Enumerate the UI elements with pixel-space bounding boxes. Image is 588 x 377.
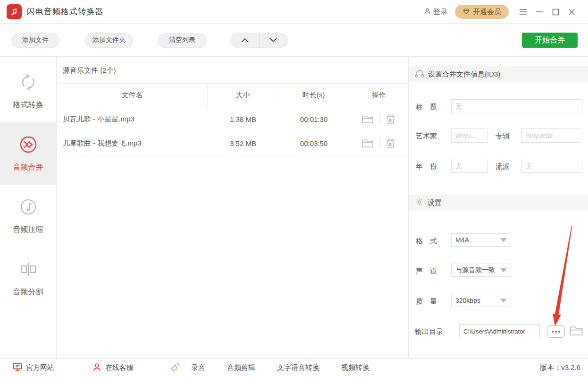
divider: [379, 138, 380, 148]
footer-link-record[interactable]: 录音: [169, 361, 205, 374]
sidebar-item-label: 音频压缩: [13, 225, 43, 235]
menu-icon[interactable]: [515, 0, 531, 24]
album-field-label: 专辑: [496, 132, 510, 141]
table-row: 儿童歌曲 - 我想要飞.mp3 3.52 MB 00:03:50: [57, 131, 408, 155]
footer-link-official-site[interactable]: 官方网站: [12, 362, 54, 374]
channel-label: 声 道: [416, 267, 437, 276]
file-size: 3.52 MB: [208, 131, 278, 155]
footer-link-label: 音频剪辑: [227, 363, 255, 372]
output-folder-icon[interactable]: [569, 325, 583, 337]
quality-value: 320kbps: [455, 297, 480, 304]
footer: 官方网站 在线客服 录音 音频剪辑 文字语音转换 视频转换 版本：v3.2.6: [0, 358, 588, 377]
chevron-down-icon: [500, 299, 507, 303]
start-merge-button[interactable]: 开始合并: [522, 33, 578, 48]
move-down-button[interactable]: [260, 33, 288, 47]
vip-label: 开通会员: [473, 8, 501, 17]
file-duration: 00:01:30: [278, 107, 349, 131]
genre-field-label: 流派: [496, 162, 510, 171]
sidebar: 格式转换 音频合并 音频压缩 音频分割: [0, 57, 57, 358]
sidebar-item-label: 音频分割: [13, 287, 43, 297]
table-row: 贝瓦儿歌 - 小星星.mp3 1.38 MB 00:01:30: [57, 107, 408, 131]
version-label: 版本：v3.2.6: [540, 363, 580, 372]
footer-link-label: 文字语音转换: [277, 363, 319, 372]
sidebar-item-audio-split[interactable]: 音频分割: [0, 247, 56, 309]
sidebar-item-audio-merge[interactable]: 音频合并: [0, 122, 56, 185]
title-field-label: 标 题: [416, 103, 437, 111]
reorder-buttons: [230, 33, 288, 48]
file-name: 贝瓦儿歌 - 小星星.mp3: [57, 107, 208, 131]
artist-input[interactable]: [451, 129, 487, 143]
file-duration: 00:03:50: [278, 131, 349, 155]
divider: [379, 114, 380, 124]
login-label: 登录: [433, 8, 447, 17]
channel-value: 与源音频一致: [455, 266, 495, 274]
add-folder-button[interactable]: 添加文件夹: [85, 33, 133, 48]
column-header-size: 大小: [208, 84, 278, 107]
format-label: 格 式: [416, 237, 437, 246]
footer-link-audio-edit[interactable]: 音频剪辑: [227, 363, 255, 372]
output-dir-input[interactable]: [459, 324, 540, 338]
column-header-filename: 文件名: [57, 84, 208, 107]
compress-icon: [18, 197, 38, 219]
channel-select[interactable]: 与源音频一致: [451, 264, 511, 277]
settings-section-title: 设置: [428, 198, 442, 207]
maximize-button[interactable]: [547, 0, 563, 24]
sidebar-item-audio-compress[interactable]: 音频压缩: [0, 185, 56, 247]
chevron-down-icon: [500, 268, 507, 273]
file-list-title: 源音乐文件 (2个): [57, 57, 408, 84]
year-input[interactable]: [451, 159, 487, 173]
support-person-icon: [92, 362, 102, 374]
toolbar: 添加文件 添加文件夹 清空列表 开始合并: [0, 24, 588, 57]
app-window: 闪电音频格式转换器 登录 开通会员: [0, 0, 588, 377]
genre-input[interactable]: [521, 159, 581, 173]
login-button[interactable]: 登录: [423, 7, 447, 17]
user-icon: [423, 7, 431, 17]
app-logo-icon: [7, 4, 22, 19]
minimize-button[interactable]: [531, 0, 547, 24]
gear-icon: [415, 197, 424, 208]
browse-button[interactable]: [547, 325, 565, 338]
clear-list-button[interactable]: 清空列表: [158, 33, 207, 48]
format-value: M4A: [455, 236, 469, 244]
app-title: 闪电音频格式转换器: [27, 6, 103, 17]
merge-icon: [18, 135, 38, 156]
convert-icon: [18, 72, 38, 94]
settings-panel: 设置合并文件信息(ID3) 标 题 艺术家 专辑 年 份 流派 设置 格 式 M…: [408, 57, 588, 358]
column-header-duration: 时长(s): [278, 84, 349, 107]
split-icon: [18, 259, 38, 281]
open-folder-icon[interactable]: [361, 138, 374, 148]
footer-link-label: 录音: [191, 363, 205, 372]
settings-section-header: 设置: [409, 195, 588, 211]
vip-button[interactable]: 开通会员: [455, 5, 509, 19]
footer-link-video-convert[interactable]: 视频转换: [341, 363, 370, 372]
close-button[interactable]: [563, 0, 580, 24]
year-field-label: 年 份: [416, 162, 437, 171]
table-header: 文件名 大小 时长(s) 操作: [57, 84, 408, 107]
move-up-button[interactable]: [231, 33, 260, 47]
album-input[interactable]: [521, 129, 581, 143]
sidebar-item-label: 音频合并: [13, 163, 43, 172]
file-list-panel: 源音乐文件 (2个) 文件名 大小 时长(s) 操作 贝瓦儿歌 - 小星星.mp…: [57, 57, 408, 358]
quality-select[interactable]: 320kbps: [451, 294, 511, 307]
footer-link-label: 在线客服: [105, 363, 134, 372]
delete-icon[interactable]: [386, 114, 396, 125]
add-file-button[interactable]: 添加文件: [11, 33, 59, 48]
delete-icon[interactable]: [386, 138, 396, 149]
footer-link-online-service[interactable]: 在线客服: [92, 362, 134, 374]
artist-field-label: 艺术家: [416, 132, 437, 141]
headphones-icon: [415, 69, 424, 79]
footer-link-text-to-speech[interactable]: 文字语音转换: [277, 363, 319, 372]
open-folder-icon[interactable]: [361, 114, 374, 124]
sidebar-item-format-convert[interactable]: 格式转换: [0, 60, 56, 122]
file-size: 1.38 MB: [208, 107, 278, 131]
id3-section-title: 设置合并文件信息(ID3): [428, 70, 500, 79]
quality-label: 质 量: [416, 297, 437, 306]
title-input[interactable]: [451, 99, 581, 113]
footer-link-label: 官方网站: [26, 363, 54, 372]
sidebar-item-label: 格式转换: [13, 100, 43, 110]
chevron-down-icon: [500, 238, 507, 242]
file-name: 儿童歌曲 - 我想要飞.mp3: [57, 131, 208, 155]
format-select[interactable]: M4A: [451, 233, 511, 247]
megaphone-icon: [169, 361, 181, 374]
id3-section-header: 设置合并文件信息(ID3): [409, 66, 588, 82]
